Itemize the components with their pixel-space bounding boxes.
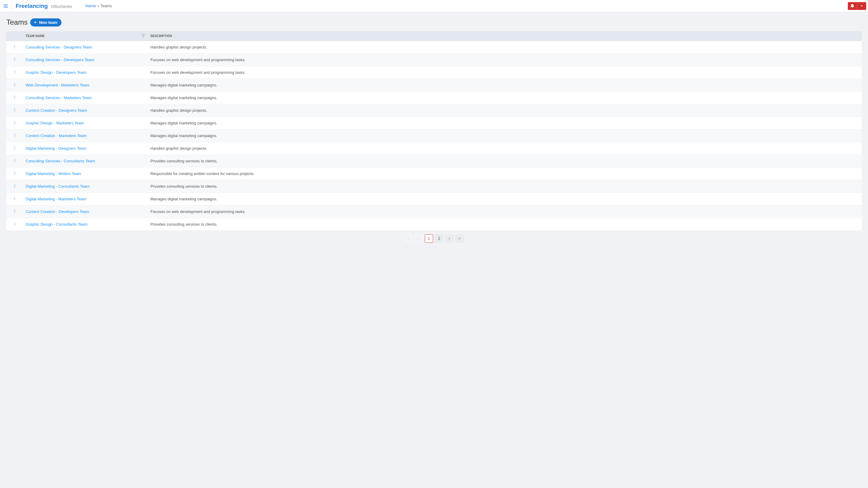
team-link[interactable]: Graphic Design - Consultants Team	[26, 222, 87, 227]
pagination: 12	[6, 231, 862, 249]
svg-point-6	[14, 45, 15, 46]
more-vertical-icon	[13, 83, 17, 87]
row-actions-button[interactable]	[6, 79, 23, 92]
chevron-left-icon	[417, 237, 421, 240]
hamburger-icon	[3, 3, 8, 9]
column-header-name[interactable]: Team Name	[23, 31, 148, 41]
row-actions-button[interactable]	[6, 41, 23, 54]
row-actions-button[interactable]	[6, 193, 23, 205]
team-link[interactable]: Digital Marketing - Consultants Team	[26, 184, 90, 189]
svg-point-26	[14, 124, 15, 124]
team-description-cell: Focuses on web development and programmi…	[148, 66, 862, 79]
svg-point-15	[14, 83, 15, 84]
svg-point-29	[14, 136, 15, 137]
svg-point-31	[14, 148, 15, 148]
page-prev-button	[414, 234, 423, 243]
new-team-button[interactable]: New team	[30, 19, 62, 27]
team-name-cell: Digital Marketing - Consultants Team	[23, 180, 148, 193]
chevron-first-icon	[407, 237, 410, 240]
team-link[interactable]: Digital Marketing - Designers Team	[26, 146, 87, 151]
table-row: Web Development - Marketers Team Manages…	[6, 79, 862, 92]
row-actions-button[interactable]	[6, 66, 23, 79]
table-row: Content Creation - Designers Team Handle…	[6, 104, 862, 117]
team-name-cell: Digital Marketing - Designers Team	[23, 142, 148, 155]
table-row: Consulting Services - Consultants Team P…	[6, 155, 862, 167]
team-link[interactable]: Graphic Design - Marketers Team	[26, 121, 84, 125]
more-vertical-icon	[13, 57, 17, 61]
team-name-cell: Consulting Services - Designers Team	[23, 41, 148, 54]
filter-icon[interactable]	[141, 34, 145, 38]
page-title: Teams	[6, 18, 28, 27]
svg-point-19	[14, 97, 15, 98]
more-vertical-icon	[13, 158, 17, 163]
svg-point-17	[14, 86, 15, 86]
breadcrumb-home[interactable]: Home	[85, 4, 96, 8]
more-vertical-icon	[13, 133, 17, 137]
svg-point-33	[14, 159, 15, 160]
row-actions-button[interactable]	[6, 142, 23, 155]
team-link[interactable]: Content Creation - Marketers Team	[26, 133, 87, 138]
table-row: Content Creation - Marketers Team Manage…	[6, 130, 862, 142]
team-link[interactable]: Consulting Services - Developers Team	[26, 58, 94, 62]
svg-point-7	[14, 46, 15, 47]
column-header-description[interactable]: Description	[148, 31, 862, 41]
table-row: Digital Marketing - Consultants Team Pro…	[6, 180, 862, 193]
chevron-last-icon	[458, 237, 461, 240]
team-link[interactable]: Content Creation - Designers Team	[26, 108, 87, 113]
team-description-cell: Focuses on web development and programmi…	[148, 54, 862, 66]
svg-point-45	[14, 210, 15, 210]
row-actions-button[interactable]	[6, 54, 23, 66]
team-link[interactable]: Consulting Services - Designers Team	[26, 45, 92, 50]
svg-point-28	[14, 135, 15, 135]
svg-point-47	[14, 212, 15, 213]
row-actions-button[interactable]	[6, 205, 23, 218]
page-last-button[interactable]	[456, 234, 464, 243]
svg-point-8	[14, 47, 15, 48]
team-name-cell: Digital Marketing - Writers Team	[23, 167, 148, 180]
row-actions-button[interactable]	[6, 180, 23, 193]
team-link[interactable]: Graphic Design - Developers Team	[26, 70, 87, 75]
row-actions-button[interactable]	[6, 167, 23, 180]
team-description-cell: Responsible for creating written content…	[148, 167, 862, 180]
page-first-button	[404, 234, 412, 243]
svg-point-49	[14, 224, 15, 224]
team-link[interactable]: Digital Marketing - Marketers Team	[26, 197, 86, 201]
brand: Freelancing OfficeSeries	[11, 3, 76, 9]
more-vertical-icon	[13, 222, 17, 226]
more-vertical-icon	[13, 95, 17, 99]
team-description-cell: Manages digital marketing campaigns.	[148, 79, 862, 92]
column-header-actions	[6, 31, 23, 41]
svg-point-27	[14, 134, 15, 134]
user-menu-button[interactable]	[857, 2, 866, 10]
page-next-button[interactable]	[445, 234, 454, 243]
table-row: Graphic Design - Marketers Team Manages …	[6, 117, 862, 130]
page-number-1[interactable]: 1	[425, 234, 433, 243]
row-actions-button[interactable]	[6, 117, 23, 130]
team-link[interactable]: Content Creation - Developers Team	[26, 209, 89, 214]
app-header: Freelancing OfficeSeries Home » Teams	[0, 0, 868, 12]
table-row: Consulting Services - Developers Team Fo…	[6, 54, 862, 66]
brand-name[interactable]: Freelancing	[16, 3, 48, 9]
svg-point-41	[14, 187, 15, 187]
svg-point-12	[14, 70, 15, 71]
notifications-button[interactable]	[848, 2, 857, 10]
svg-point-39	[14, 184, 15, 185]
row-actions-button[interactable]	[6, 104, 23, 117]
row-actions-button[interactable]	[6, 92, 23, 104]
page-number-2[interactable]: 2	[435, 234, 443, 243]
team-link[interactable]: Consulting Services - Marketers Team	[26, 96, 92, 100]
row-actions-button[interactable]	[6, 155, 23, 167]
more-vertical-icon	[13, 171, 17, 175]
team-link[interactable]: Consulting Services - Consultants Team	[26, 159, 95, 163]
team-description-cell: Manages digital marketing campaigns.	[148, 92, 862, 104]
row-actions-button[interactable]	[6, 218, 23, 231]
team-link[interactable]: Web Development - Marketers Team	[26, 83, 89, 87]
team-link[interactable]: Digital Marketing - Writers Team	[26, 171, 81, 176]
team-description-cell: Handles graphic design projects.	[148, 104, 862, 117]
team-description-cell: Handles graphic design projects.	[148, 41, 862, 54]
page-content: Teams New team Team Name Description	[0, 12, 868, 255]
menu-button[interactable]	[0, 0, 11, 12]
row-actions-button[interactable]	[6, 130, 23, 142]
svg-point-35	[14, 161, 15, 162]
team-name-cell: Consulting Services - Consultants Team	[23, 155, 148, 167]
